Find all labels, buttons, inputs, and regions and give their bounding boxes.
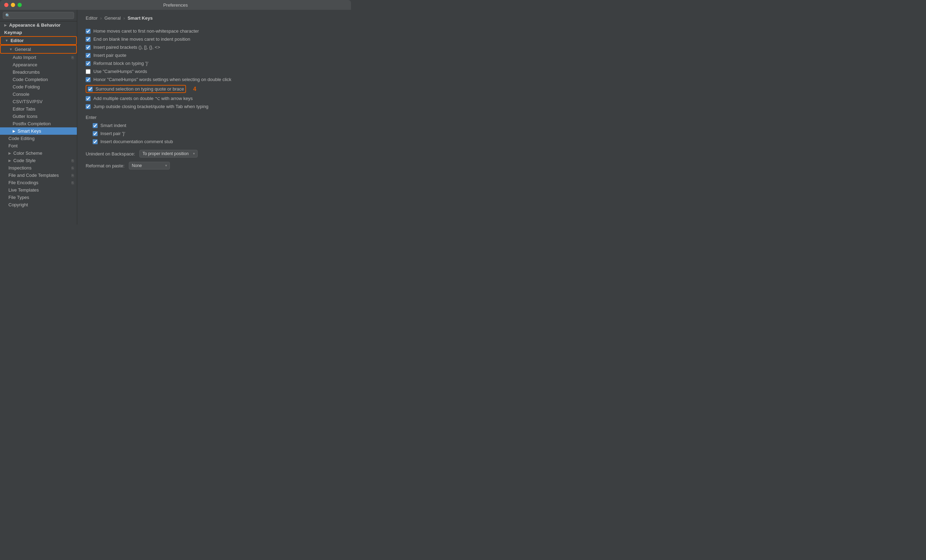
close-button[interactable] — [4, 3, 8, 7]
sidebar-item-font[interactable]: Font — [0, 142, 77, 149]
sidebar-item-label: Live Templates — [8, 187, 39, 193]
checkbox-insert-paired-brackets-label: Insert paired brackets (), [], {}, <> — [93, 45, 160, 50]
settings-icon: ⎘ — [72, 158, 74, 163]
sidebar-item-label: Code Folding — [13, 84, 40, 89]
search-icon: 🔍 — [5, 14, 10, 18]
sidebar-item-label: Appearance — [13, 62, 37, 67]
sidebar-item-label: Inspections — [8, 165, 32, 171]
breadcrumb-sep1: › — [100, 15, 102, 21]
checkbox-insert-pair-quote-label: Insert pair quote — [93, 53, 126, 58]
reformat-paste-dropdown[interactable]: None Reformat Block Reformat File — [129, 162, 170, 169]
sidebar-item-breadcrumbs[interactable]: Breadcrumbs — [0, 68, 77, 76]
checkbox-insert-pair-quote-input[interactable] — [86, 53, 91, 58]
maximize-button[interactable] — [18, 3, 22, 7]
breadcrumb-editor: Editor — [86, 15, 98, 21]
main-container: 🔍 ▶ Appearance & Behavior Keymap ▼ Edito… — [0, 10, 351, 225]
checkbox-add-multiple-carets-input[interactable] — [86, 96, 91, 101]
sidebar-item-file-types[interactable]: File Types — [0, 194, 77, 201]
unindent-backspace-dropdown[interactable]: To proper indent position Each time None — [139, 150, 198, 157]
checkbox-insert-paired-brackets-input[interactable] — [86, 45, 91, 50]
checkbox-insert-doc-comment: Insert documentation comment stub — [93, 137, 343, 146]
sidebar-scroll: ▶ Appearance & Behavior Keymap ▼ Editor … — [0, 21, 77, 225]
sidebar-item-inspections[interactable]: Inspections ⎘ — [0, 164, 77, 172]
sidebar-item-label: Console — [13, 92, 29, 97]
sidebar-item-live-templates[interactable]: Live Templates — [0, 186, 77, 194]
checkbox-smart-indent-input[interactable] — [93, 123, 98, 128]
search-input[interactable] — [12, 13, 72, 18]
sidebar-item-gutter-icons[interactable]: Gutter Icons — [0, 113, 77, 120]
checkbox-use-camel-humps-label: Use "CamelHumps" words — [93, 69, 147, 74]
sidebar-item-label: Smart Keys — [18, 128, 41, 134]
checkbox-smart-indent-label: Smart indent — [100, 123, 126, 128]
checkbox-add-multiple-carets: Add multiple carets on double ⌥ with arr… — [86, 94, 343, 103]
checkbox-jump-outside-input[interactable] — [86, 104, 91, 109]
sidebar-item-color-scheme[interactable]: ▶ Color Scheme — [0, 149, 77, 157]
sidebar-item-postfix-completion[interactable]: Postfix Completion — [0, 120, 77, 127]
content-scroll: Editor › General › Smart Keys Home moves… — [77, 10, 351, 225]
sidebar-item-keymap[interactable]: Keymap — [0, 29, 77, 36]
checkbox-jump-outside-label: Jump outside closing bracket/quote with … — [93, 104, 209, 109]
surround-selection-highlighted: Surround selection on typing quote or br… — [86, 85, 186, 93]
checkbox-surround-selection-row: Surround selection on typing quote or br… — [86, 83, 343, 94]
reformat-paste-row: Reformat on paste: None Reformat Block R… — [86, 162, 343, 169]
arrow-icon: ▼ — [5, 39, 8, 42]
sidebar-item-file-code-templates[interactable]: File and Code Templates ⎘ — [0, 172, 77, 179]
arrow-icon: ▶ — [8, 151, 11, 155]
checkbox-surround-selection-input[interactable] — [88, 87, 93, 92]
sidebar-item-csv-tsv-psv[interactable]: CSV/TSV/PSV — [0, 98, 77, 105]
general-section: ▼ General 2 — [0, 45, 77, 54]
search-wrap[interactable]: 🔍 — [3, 12, 74, 19]
checkbox-jump-outside: Jump outside closing bracket/quote with … — [86, 103, 343, 110]
sidebar-item-label: CSV/TSV/PSV — [13, 99, 42, 104]
sidebar-item-label: Code Completion — [13, 77, 48, 82]
checkbox-smart-indent: Smart indent — [93, 121, 343, 130]
settings-icon: ⎘ — [72, 181, 74, 185]
breadcrumb-current: Smart Keys — [127, 15, 153, 21]
checkbox-reformat-block-label: Reformat block on typing '}' — [93, 61, 148, 66]
checkbox-insert-doc-comment-label: Insert documentation comment stub — [100, 139, 173, 144]
sidebar-item-label: Keymap — [4, 30, 22, 35]
settings-icon: ⎘ — [72, 56, 74, 60]
checkbox-insert-pair-brace-input[interactable] — [93, 131, 98, 136]
sidebar-item-appearance-behavior[interactable]: ▶ Appearance & Behavior — [0, 21, 77, 29]
enter-section: Smart indent Insert pair '}' Insert docu… — [93, 121, 343, 146]
checkbox-reformat-block-input[interactable] — [86, 61, 91, 66]
sidebar-item-appearance[interactable]: Appearance — [0, 61, 77, 68]
sidebar-item-auto-import[interactable]: Auto Import ⎘ — [0, 54, 77, 61]
checkbox-use-camel-humps-input[interactable] — [86, 69, 91, 74]
content-pane: Editor › General › Smart Keys Home moves… — [77, 10, 351, 225]
arrow-icon: ▶ — [13, 129, 15, 133]
checkbox-home-moves-caret-input[interactable] — [86, 29, 91, 34]
minimize-button[interactable] — [11, 3, 15, 7]
sidebar-item-label: Gutter Icons — [13, 114, 38, 119]
unindent-backspace-label: Unindent on Backspace: — [86, 151, 135, 157]
sidebar-item-copyright[interactable]: Copyright — [0, 201, 77, 208]
search-bar: 🔍 — [0, 10, 77, 21]
sidebar-item-label: File Types — [8, 195, 29, 200]
sidebar-item-editor[interactable]: ▼ Editor — [0, 36, 77, 45]
sidebar-item-code-editing[interactable]: Code Editing — [0, 135, 77, 142]
sidebar-item-code-completion[interactable]: Code Completion — [0, 76, 77, 83]
sidebar-item-code-style[interactable]: ▶ Code Style ⎘ — [0, 157, 77, 164]
sidebar-item-label: Font — [8, 143, 18, 148]
sidebar-item-label: Appearance & Behavior — [9, 23, 61, 28]
checkbox-end-blank-line-input[interactable] — [86, 37, 91, 42]
sidebar-item-general[interactable]: ▼ General — [0, 45, 77, 54]
checkbox-honor-camel-humps-input[interactable] — [86, 77, 91, 82]
checkbox-home-moves-caret-label: Home moves caret to first non-whitespace… — [93, 29, 199, 34]
sidebar-item-smart-keys[interactable]: ▶ Smart Keys — [0, 127, 77, 135]
checkbox-honor-camel-humps: Honor "CamelHumps" words settings when s… — [86, 75, 343, 83]
sidebar-item-editor-tabs[interactable]: Editor Tabs — [0, 105, 77, 113]
sidebar-item-file-encodings[interactable]: File Encodings ⎘ — [0, 179, 77, 186]
checkbox-insert-doc-comment-input[interactable] — [93, 139, 98, 144]
gutter-section: Gutter Icons 3 — [0, 113, 77, 120]
sidebar-item-label: Postfix Completion — [13, 121, 51, 126]
sidebar-item-console[interactable]: Console — [0, 91, 77, 98]
enter-section-label: Enter — [86, 115, 343, 120]
checkbox-insert-pair-brace-label: Insert pair '}' — [100, 131, 125, 136]
checkbox-end-blank-line: End on blank line moves caret to indent … — [86, 35, 343, 43]
sidebar-item-code-folding[interactable]: Code Folding — [0, 83, 77, 91]
window-title: Preferences — [163, 3, 188, 8]
titlebar: Preferences — [0, 0, 351, 10]
settings-icon: ⎘ — [72, 166, 74, 170]
